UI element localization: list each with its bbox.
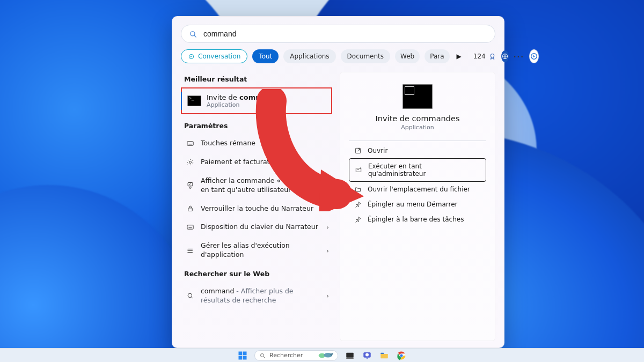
search-input[interactable] bbox=[202, 29, 487, 39]
bing-chat-icon[interactable] bbox=[529, 49, 539, 63]
search-bar[interactable] bbox=[181, 25, 495, 43]
svg-rect-40 bbox=[346, 352, 354, 357]
action-folder[interactable]: Ouvrir l'emplacement du fichier bbox=[349, 182, 486, 197]
account-globe-icon[interactable] bbox=[501, 50, 509, 62]
settings-item-4[interactable]: Disposition du clavier du Narrateur› bbox=[181, 218, 332, 237]
chevron-right-icon: › bbox=[326, 204, 329, 212]
search-panel: Conversation Tout Applications Documents… bbox=[172, 16, 504, 348]
action-pin[interactable]: Épingler au menu Démarrer bbox=[349, 197, 486, 212]
svg-point-12 bbox=[189, 161, 192, 163]
settings-item-5[interactable]: Gérer les alias d'exécution d'applicatio… bbox=[181, 237, 332, 264]
svg-rect-34 bbox=[239, 356, 243, 359]
svg-rect-31 bbox=[356, 168, 361, 172]
web-search-label: command - Afficher plus de résultats de … bbox=[201, 287, 320, 305]
taskbar: Rechercher bbox=[0, 348, 644, 362]
chrome-button[interactable] bbox=[396, 350, 407, 361]
settings-item-label: Verrouiller la touche du Narrateur bbox=[201, 204, 320, 213]
chevron-right-icon: › bbox=[326, 292, 329, 300]
filter-all[interactable]: Tout bbox=[252, 49, 279, 63]
best-result-header: Meilleur résultat bbox=[184, 75, 332, 83]
settings-item-label: Afficher la commande « Exéc.en tant qu'a… bbox=[201, 176, 329, 195]
filter-conversation[interactable]: Conversation bbox=[181, 49, 247, 63]
svg-rect-35 bbox=[243, 356, 247, 359]
start-button[interactable] bbox=[237, 350, 248, 361]
rewards-count: 124 bbox=[473, 53, 486, 60]
web-header: Rechercher sur le Web bbox=[184, 270, 332, 278]
best-result-title-prefix: Invite de bbox=[207, 93, 239, 101]
chevron-right-icon: › bbox=[326, 247, 329, 255]
settings-item-label: Disposition du clavier du Narrateur bbox=[201, 223, 320, 232]
web-search-more[interactable]: command - Afficher plus de résultats de … bbox=[181, 282, 332, 310]
settings-item-label: Paiement et facturat bbox=[201, 158, 329, 167]
settings-header: Paramètres bbox=[184, 122, 332, 130]
search-results-left: Meilleur résultat Invite de commandes Ap… bbox=[181, 72, 332, 341]
file-explorer-button[interactable] bbox=[379, 350, 390, 361]
svg-line-29 bbox=[192, 297, 193, 299]
svg-line-37 bbox=[264, 357, 265, 358]
filter-documents-label: Documents bbox=[347, 53, 384, 60]
settings-item-1[interactable]: Paiement et facturat bbox=[181, 153, 332, 172]
keyboard-icon bbox=[186, 139, 194, 147]
filter-apps[interactable]: Applications bbox=[283, 49, 335, 63]
command-prompt-icon bbox=[187, 95, 201, 106]
svg-point-43 bbox=[365, 353, 369, 356]
filter-settings[interactable]: Para bbox=[425, 49, 449, 63]
search-filter-row: Conversation Tout Applications Documents… bbox=[181, 49, 495, 63]
search-highlight-icon bbox=[318, 352, 333, 359]
result-preview-pane: Invite de commandes Application OuvrirEx… bbox=[340, 72, 495, 341]
filter-apps-label: Applications bbox=[290, 53, 329, 60]
taskview-button[interactable] bbox=[345, 350, 355, 361]
action-open[interactable]: Ouvrir bbox=[349, 143, 486, 158]
filter-web[interactable]: Web bbox=[395, 49, 420, 63]
gear-icon bbox=[186, 158, 194, 166]
svg-rect-15 bbox=[188, 208, 193, 211]
keyboard-icon bbox=[186, 223, 194, 231]
best-result-command-prompt[interactable]: Invite de commandes Application bbox=[181, 87, 332, 114]
admin-icon bbox=[355, 166, 362, 174]
action-label: Ouvrir l'emplacement du fichier bbox=[368, 186, 470, 193]
best-result-title-suffix: es bbox=[277, 93, 286, 101]
pin-icon bbox=[354, 216, 362, 223]
svg-point-3 bbox=[491, 54, 494, 57]
action-label: Exécuter en tant qu'administrateur bbox=[368, 162, 480, 178]
command-prompt-large-icon bbox=[402, 84, 433, 109]
settings-item-0[interactable]: Touches rémane bbox=[181, 134, 332, 153]
best-result-title: Invite de commandes bbox=[207, 93, 286, 101]
svg-rect-33 bbox=[243, 351, 247, 355]
best-result-subtitle: Application bbox=[207, 101, 286, 108]
pin-icon bbox=[354, 201, 362, 208]
svg-point-14 bbox=[189, 187, 191, 188]
folder-icon bbox=[354, 186, 362, 193]
best-result-title-bold: command bbox=[239, 93, 277, 101]
svg-point-27 bbox=[187, 252, 188, 253]
search-icon bbox=[259, 352, 266, 359]
settings-item-label: Touches rémane bbox=[201, 139, 329, 148]
lock-icon bbox=[186, 204, 194, 212]
web-search-term: command bbox=[201, 287, 234, 295]
action-admin[interactable]: Exécuter en tant qu'administrateur bbox=[349, 158, 486, 182]
chat-button[interactable] bbox=[362, 350, 372, 361]
filter-more-arrow[interactable]: ▶ bbox=[455, 53, 464, 60]
svg-point-28 bbox=[188, 294, 192, 298]
filter-web-label: Web bbox=[400, 53, 414, 60]
action-label: Épingler au menu Démarrer bbox=[368, 201, 457, 208]
svg-point-47 bbox=[400, 354, 402, 357]
settings-item-2[interactable]: Afficher la commande « Exéc.en tant qu'a… bbox=[181, 172, 332, 200]
more-menu[interactable]: ··· bbox=[514, 53, 524, 61]
svg-rect-16 bbox=[187, 225, 193, 230]
filter-documents[interactable]: Documents bbox=[341, 49, 390, 63]
svg-rect-6 bbox=[187, 142, 193, 146]
svg-point-36 bbox=[261, 353, 264, 357]
action-label: Épingler à la barre des tâches bbox=[368, 216, 464, 223]
taskbar-search[interactable]: Rechercher bbox=[254, 350, 338, 361]
search-icon bbox=[186, 292, 194, 300]
settings-item-label: Gérer les alias d'exécution d'applicatio… bbox=[201, 241, 320, 260]
preview-title: Invite de commandes bbox=[349, 114, 486, 123]
open-icon bbox=[354, 147, 362, 154]
rewards-counter[interactable]: 124 bbox=[473, 53, 496, 61]
alias-icon bbox=[186, 247, 194, 255]
medal-icon bbox=[488, 53, 496, 61]
action-pin[interactable]: Épingler à la barre des tâches bbox=[349, 212, 486, 227]
svg-rect-41 bbox=[346, 358, 354, 359]
settings-item-3[interactable]: Verrouiller la touche du Narrateur› bbox=[181, 200, 332, 218]
